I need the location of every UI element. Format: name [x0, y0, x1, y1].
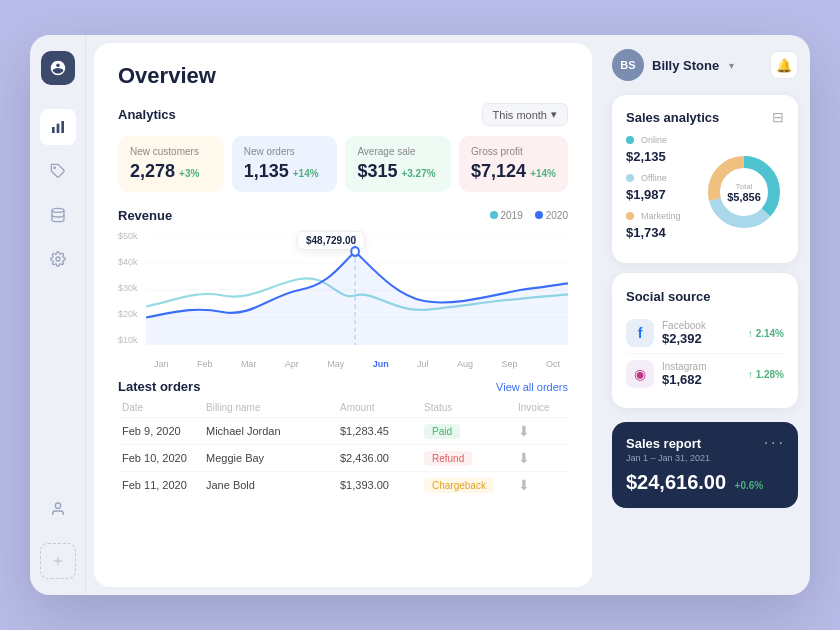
- page-header: Overview: [118, 63, 568, 89]
- svg-point-14: [351, 247, 359, 256]
- instagram-icon: ◉: [626, 360, 654, 388]
- report-date: Jan 1 – Jan 31, 2021: [626, 453, 784, 463]
- download-icon[interactable]: ⬇: [518, 477, 578, 493]
- report-title: Sales report: [626, 436, 784, 451]
- legend-marketing: Marketing $1,734: [626, 211, 694, 241]
- legend-online: Online $2,135: [626, 135, 694, 165]
- chevron-down-icon: ▾: [729, 60, 734, 71]
- svg-rect-2: [61, 121, 64, 133]
- svg-point-6: [55, 503, 60, 508]
- facebook-info: Facebook $2,392: [662, 320, 740, 346]
- month-selector[interactable]: This month ▾: [482, 103, 568, 126]
- orders-table: Date Billing name Amount Status Invoice …: [118, 402, 568, 498]
- analytics-label: Analytics: [118, 107, 176, 122]
- analytics-section-header: Analytics This month ▾: [118, 103, 568, 126]
- latest-orders-label: Latest orders: [118, 379, 200, 394]
- table-row: Feb 11, 2020 Jane Bold $1,393.00 Chargeb…: [118, 471, 568, 498]
- card-title: Sales analytics: [626, 110, 719, 125]
- donut-chart: Total $5,856: [704, 152, 784, 232]
- chevron-down-icon: ▾: [551, 108, 557, 121]
- svg-rect-0: [52, 127, 55, 133]
- app-logo[interactable]: [41, 51, 75, 85]
- status-badge: Refund: [424, 451, 472, 466]
- sidebar-item-analytics[interactable]: [40, 109, 76, 145]
- social-row-facebook: f Facebook $2,392 ↑ 2.14%: [626, 313, 784, 354]
- avatar: BS: [612, 49, 644, 81]
- donut-total: Total $5,856: [727, 182, 761, 203]
- legend-offline: Offline $1,987: [626, 173, 694, 203]
- download-icon[interactable]: ⬇: [518, 450, 578, 466]
- sidebar-item-orders[interactable]: [40, 153, 76, 189]
- revenue-section-header: Revenue 2019 2020: [118, 208, 568, 223]
- sidebar-item-settings[interactable]: [40, 241, 76, 277]
- facebook-change: ↑ 2.14%: [748, 328, 784, 339]
- svg-point-4: [52, 208, 64, 212]
- report-change: +0.6%: [735, 480, 764, 491]
- latest-orders-header: Latest orders View all orders: [118, 379, 568, 394]
- stats-grid: New customers 2,278+3% New orders 1,135+…: [118, 136, 568, 192]
- sales-report-card: ··· Sales report Jan 1 – Jan 31, 2021 $2…: [612, 422, 798, 508]
- social-source-title: Social source: [626, 289, 711, 304]
- user-name: Billy Stone: [652, 58, 719, 73]
- right-panel: BS Billy Stone ▾ 🔔 Sales analytics ⊟ Onl…: [600, 35, 810, 595]
- instagram-change: ↑ 1.28%: [748, 369, 784, 380]
- sidebar-item-profile[interactable]: [40, 491, 76, 527]
- revenue-label: Revenue: [118, 208, 172, 223]
- notification-bell[interactable]: 🔔: [770, 51, 798, 79]
- report-value: $24,616.00: [626, 471, 726, 493]
- svg-point-3: [54, 167, 55, 168]
- stat-new-customers: New customers 2,278+3%: [118, 136, 224, 192]
- main-content: Overview Analytics This month ▾ New cust…: [94, 43, 592, 587]
- svg-rect-1: [56, 124, 59, 133]
- stat-gross-profit: Gross profit $7,124+14%: [459, 136, 568, 192]
- social-row-instagram: ◉ Instagram $1,682 ↑ 1.28%: [626, 354, 784, 394]
- chart-legend: 2019 2020: [490, 210, 569, 221]
- status-badge: Paid: [424, 424, 460, 439]
- stat-new-orders: New orders 1,135+14%: [232, 136, 338, 192]
- user-info[interactable]: BS Billy Stone ▾: [612, 49, 734, 81]
- sidebar-item-database[interactable]: [40, 197, 76, 233]
- facebook-icon: f: [626, 319, 654, 347]
- table-row: Feb 10, 2020 Meggie Bay $2,436.00 Refund…: [118, 444, 568, 471]
- user-header: BS Billy Stone ▾ 🔔: [612, 49, 798, 81]
- sidebar: [30, 35, 86, 595]
- svg-point-5: [56, 257, 60, 261]
- table-row: Feb 9, 2020 Michael Jordan $1,283.45 Pai…: [118, 417, 568, 444]
- analytics-legend: Online $2,135 Offline $1,987: [626, 135, 694, 249]
- status-badge: Chargeback: [424, 478, 494, 493]
- more-options-icon[interactable]: ···: [764, 434, 786, 452]
- revenue-chart: $48,729.00 $50k $40k $30k: [118, 229, 568, 369]
- table-header: Date Billing name Amount Status Invoice: [118, 402, 568, 417]
- page-title: Overview: [118, 63, 568, 89]
- view-all-orders-link[interactable]: View all orders: [496, 381, 568, 393]
- card-header: Sales analytics ⊟: [626, 109, 784, 125]
- analytics-body: Online $2,135 Offline $1,987: [626, 135, 784, 249]
- filter-icon[interactable]: ⊟: [772, 109, 784, 125]
- instagram-info: Instagram $1,682: [662, 361, 740, 387]
- download-icon[interactable]: ⬇: [518, 423, 578, 439]
- social-source-card: Social source f Facebook $2,392 ↑ 2.14% …: [612, 273, 798, 408]
- sidebar-item-add[interactable]: [40, 543, 76, 579]
- stat-average-sale: Average sale $315+3.27%: [345, 136, 451, 192]
- sales-analytics-card: Sales analytics ⊟ Online $2,135: [612, 95, 798, 263]
